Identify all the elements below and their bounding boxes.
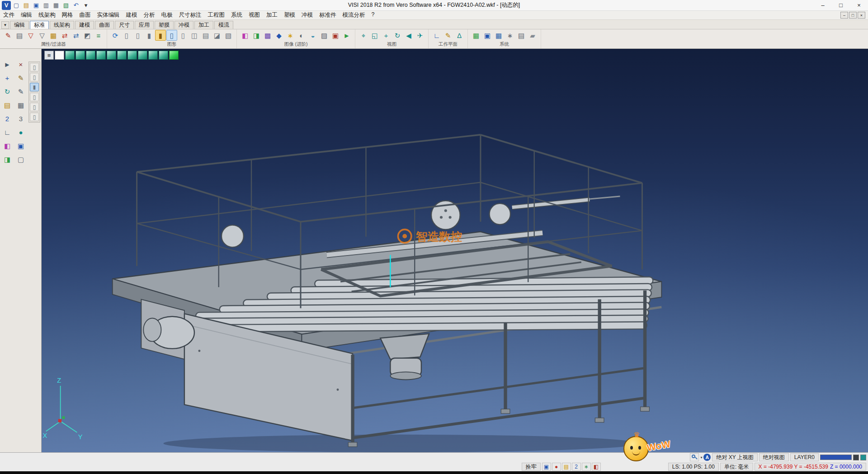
menu-item[interactable]: 系统	[228, 11, 245, 19]
shaded-edges-icon[interactable]: ▮	[155, 30, 166, 41]
attribute-brush-icon[interactable]: ▤	[14, 30, 25, 41]
menu-item[interactable]: ?	[368, 11, 378, 19]
shaded-icon[interactable]: ▮	[144, 30, 155, 41]
mdi-restore-button[interactable]: □	[849, 12, 857, 19]
layer-manager-icon[interactable]: ▦	[471, 30, 481, 41]
ribbon-tab[interactable]: 冲模	[175, 21, 193, 29]
rotate-view-icon[interactable]: ↻	[392, 30, 403, 41]
menu-item[interactable]: 分析	[141, 11, 158, 19]
close-button[interactable]: ×	[850, 0, 868, 10]
mode-3d-icon[interactable]: 3	[15, 113, 26, 124]
notepad-icon[interactable]: ▦	[15, 100, 26, 110]
mode-2d-icon[interactable]: 2	[2, 113, 13, 124]
snap-lock-cell[interactable]: 拴牢	[522, 463, 541, 471]
material-icon[interactable]: ◆	[274, 30, 284, 41]
record-icon[interactable]: ●	[552, 463, 561, 471]
iso-ne-view-icon[interactable]	[138, 51, 147, 60]
workplane-align-icon[interactable]: ∆	[454, 30, 465, 41]
undo-icon[interactable]: ↶	[71, 1, 80, 10]
export-image-icon[interactable]: ▤	[562, 463, 571, 471]
annotation-badge[interactable]: A	[703, 454, 711, 461]
qa-dropdown-icon[interactable]: ▾	[81, 1, 90, 10]
search-icon[interactable]	[690, 453, 699, 461]
capture-screen-icon[interactable]: ▧	[61, 1, 71, 10]
transparency-icon[interactable]: ◒	[307, 30, 318, 41]
ribbon-tab[interactable]: 线架构	[50, 21, 74, 29]
active-layer-cell[interactable]: LAYER0	[790, 453, 819, 461]
filter-red-icon[interactable]: ▽	[25, 30, 36, 41]
previous-view-icon[interactable]: ◀	[403, 30, 414, 41]
print-icon[interactable]: ▥	[42, 1, 51, 10]
iso-nw-view-icon[interactable]	[148, 51, 158, 60]
app-logo-icon[interactable]: V	[2, 1, 11, 10]
iso-se-view-icon[interactable]	[159, 51, 168, 60]
menu-item[interactable]: 建模	[123, 11, 141, 19]
swap-select-alt-icon[interactable]: ⇄	[71, 30, 81, 41]
fly-view-icon[interactable]: ✈	[415, 30, 425, 41]
tube-box-icon[interactable]: ◫	[189, 30, 200, 41]
grid-icon[interactable]: ▦	[493, 30, 504, 41]
top-view-icon[interactable]	[55, 51, 64, 60]
ribbon-tab[interactable]: 曲面	[95, 21, 114, 29]
wireframe-icon[interactable]: ▯	[121, 30, 132, 41]
display-slot-4-icon[interactable]: ▯	[30, 93, 39, 101]
menu-item[interactable]: 塑模	[281, 11, 298, 19]
view-mode-cell[interactable]: 绝对 XY 上视图	[712, 453, 757, 461]
mdi-close-button[interactable]: ×	[858, 12, 865, 19]
background-icon[interactable]: ▨	[319, 30, 330, 41]
display-slot-6-icon[interactable]: ▯	[30, 113, 39, 121]
sketch-tool-icon[interactable]: ✎	[15, 86, 26, 97]
attributes-icon[interactable]: ✎	[3, 30, 14, 41]
save-file-icon[interactable]: ▣	[32, 1, 41, 10]
display-slot-3-icon[interactable]: ▮	[30, 83, 39, 91]
menu-item[interactable]: 尺寸标注	[176, 11, 205, 19]
trim-tool-icon[interactable]: ×	[15, 59, 26, 70]
menu-item[interactable]: 网格	[59, 11, 76, 19]
swatch-dark[interactable]	[853, 455, 859, 460]
hidden-line-icon[interactable]: ▯	[132, 30, 143, 41]
ribbon-tab[interactable]: 建模	[75, 21, 94, 29]
display-slot-1-icon[interactable]: ▯	[30, 63, 39, 71]
ribbon-tab[interactable]: 加工	[194, 21, 213, 29]
animate-icon[interactable]: ►	[341, 30, 352, 41]
sphere-icon[interactable]: ●	[15, 127, 26, 137]
new-file-icon[interactable]: ▢	[12, 1, 21, 10]
palette-icon[interactable]: ◧	[592, 463, 601, 471]
menu-item[interactable]: 实体编辑	[94, 11, 123, 19]
search-caret-icon[interactable]: ▾	[700, 455, 702, 460]
menu-item[interactable]: 加工	[263, 11, 281, 19]
stack-display-icon[interactable]: ▤	[200, 30, 211, 41]
tab-dropdown-icon[interactable]: ▼	[1, 21, 9, 29]
property-match-icon[interactable]: ≡	[93, 30, 104, 41]
left-view-icon[interactable]	[96, 51, 106, 60]
shadow-icon[interactable]: ◐	[296, 30, 307, 41]
axonometric-view-icon[interactable]	[65, 51, 75, 60]
snapshot-icon[interactable]: ▣	[330, 30, 341, 41]
filter-gray-icon[interactable]: ▽	[37, 30, 47, 41]
back-view-icon[interactable]	[86, 51, 95, 60]
mdi-minimize-button[interactable]: –	[840, 12, 848, 19]
layer-color-bar[interactable]	[820, 455, 852, 460]
save-view-icon[interactable]: ▣	[15, 140, 26, 151]
menu-item[interactable]: 视图	[245, 11, 263, 19]
open-file-icon[interactable]: ▤	[22, 1, 31, 10]
print-preview-icon[interactable]: ▦	[52, 1, 61, 10]
swatch-teal[interactable]	[860, 455, 866, 460]
view-menu-icon[interactable]: ≡	[44, 51, 54, 60]
menu-item[interactable]: 标准件	[316, 11, 340, 19]
section-icon[interactable]: ◪	[212, 30, 222, 41]
display-slot-5-icon[interactable]: ▯	[30, 103, 39, 111]
right-view-icon[interactable]	[107, 51, 116, 60]
maximize-button[interactable]: □	[832, 0, 850, 10]
pan-icon[interactable]: +	[381, 30, 392, 41]
menu-item[interactable]: 工程图	[205, 11, 228, 19]
ghost-icon[interactable]: ▧	[223, 30, 234, 41]
menu-item[interactable]: 曲面	[76, 11, 94, 19]
ribbon-tab[interactable]: 应用	[135, 21, 154, 29]
display-settings-icon[interactable]: ▣	[482, 30, 493, 41]
swap-select-icon[interactable]: ⇄	[59, 30, 70, 41]
edit-geometry-icon[interactable]: ✎	[15, 72, 26, 83]
texture-icon[interactable]: ▩	[262, 30, 273, 41]
palette-b-icon[interactable]: ◨	[2, 154, 13, 165]
plane-display-icon[interactable]: ▰	[527, 30, 538, 41]
